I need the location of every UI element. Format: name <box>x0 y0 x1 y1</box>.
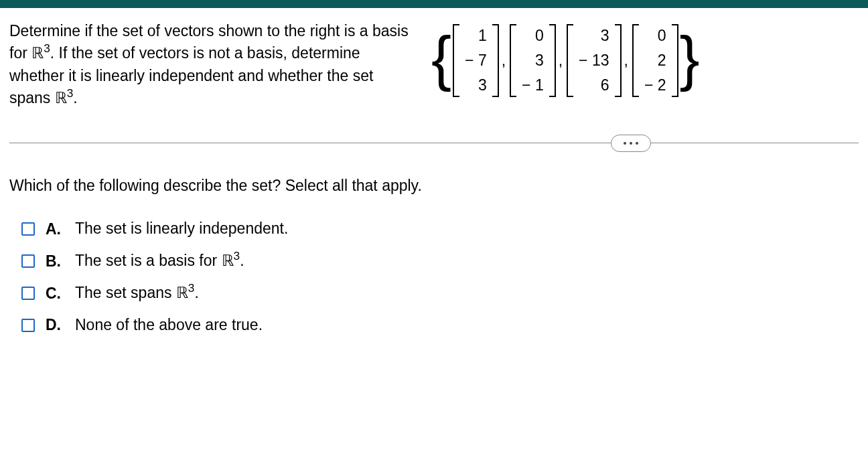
v4-r1: 0 <box>644 28 666 44</box>
option-c-row: C. The set spans ℝ3. <box>21 283 859 303</box>
option-b-text: The set is a basis for ℝ3. <box>75 251 244 271</box>
v2-r1: 0 <box>522 28 544 44</box>
vector-3: 3 − 13 6 <box>567 24 621 97</box>
checkbox-b[interactable] <box>21 254 35 268</box>
comma-2: , <box>559 52 563 70</box>
option-a-text: The set is linearly independent. <box>75 219 288 239</box>
option-c-post: . <box>194 284 198 301</box>
vector-set: { 1 − 7 3 , 0 3 − 1 , <box>431 20 700 97</box>
option-b-pre: The set is a basis for <box>75 252 222 269</box>
ellipsis-icon <box>624 142 626 145</box>
problem-prompt: Determine if the set of vectors shown to… <box>9 20 411 109</box>
option-c-text: The set spans ℝ3. <box>75 283 199 303</box>
question-text: Which of the following describe the set?… <box>9 177 859 195</box>
checkbox-a[interactable] <box>21 222 35 236</box>
checkbox-c[interactable] <box>21 287 35 300</box>
v3-r1: 3 <box>579 28 609 44</box>
top-teal-bar <box>0 0 868 8</box>
comma-1: , <box>502 52 506 70</box>
vector-1: 1 − 7 3 <box>453 24 499 97</box>
option-c-letter: C. <box>46 285 64 303</box>
option-d-letter: D. <box>46 316 64 334</box>
option-b-post: . <box>240 252 244 269</box>
option-a-row: A. The set is linearly independent. <box>21 219 859 239</box>
option-b-row: B. The set is a basis for ℝ3. <box>21 251 859 271</box>
vector-4: 0 2 − 2 <box>632 24 678 97</box>
option-d-text: None of the above are true. <box>75 315 263 335</box>
option-c-pre: The set spans <box>75 284 176 301</box>
ellipsis-icon <box>630 142 632 145</box>
real-symbol-2: ℝ <box>55 90 67 106</box>
options-list: A. The set is linearly independent. B. T… <box>9 219 859 335</box>
ellipsis-icon <box>636 142 638 145</box>
real-symbol-1: ℝ <box>31 45 44 62</box>
v2-r2: 3 <box>522 53 544 68</box>
exponent-1: 3 <box>44 42 50 56</box>
v1-r2: − 7 <box>465 53 487 68</box>
option-c-exp: 3 <box>188 282 195 295</box>
content-area: Determine if the set of vectors shown to… <box>0 8 868 368</box>
option-c-real: ℝ <box>176 285 188 301</box>
vector-2: 0 3 − 1 <box>510 24 556 97</box>
v4-r2: 2 <box>644 53 666 68</box>
problem-row: Determine if the set of vectors shown to… <box>9 20 859 109</box>
v4-r3: − 2 <box>644 78 666 93</box>
divider <box>9 143 859 143</box>
checkbox-d[interactable] <box>21 319 35 332</box>
option-b-exp: 3 <box>234 250 240 263</box>
v3-r2: − 13 <box>579 53 609 68</box>
v1-r3: 3 <box>465 78 487 93</box>
option-b-letter: B. <box>46 252 64 270</box>
option-a-letter: A. <box>46 220 64 238</box>
v3-r3: 6 <box>579 78 609 93</box>
option-b-real: ℝ <box>222 252 234 269</box>
right-brace: } <box>680 31 700 85</box>
prompt-part-1c: . <box>73 89 77 106</box>
v1-r1: 1 <box>465 28 487 44</box>
comma-3: , <box>624 52 628 70</box>
more-options-button[interactable] <box>611 135 651 152</box>
left-brace: { <box>431 31 451 85</box>
v2-r3: − 1 <box>522 78 544 93</box>
exponent-2: 3 <box>67 86 74 100</box>
option-d-row: D. None of the above are true. <box>21 315 859 335</box>
